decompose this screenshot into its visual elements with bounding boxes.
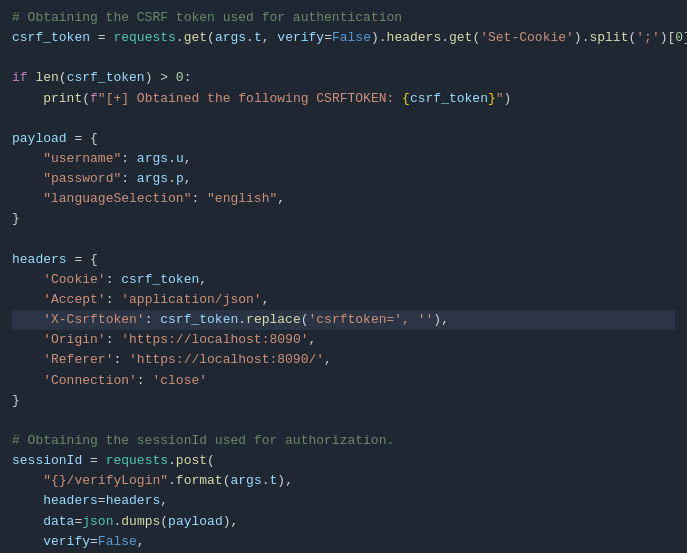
line-12	[12, 230, 675, 250]
line-16: 'X-Csrftoken': csrf_token.replace('csrft…	[12, 310, 675, 330]
line-8: "username": args.u,	[12, 149, 675, 169]
line-27: verify=False,	[12, 532, 675, 552]
line-15: 'Accept': 'application/json',	[12, 290, 675, 310]
line-13: headers = {	[12, 250, 675, 270]
line-2: csrf_token = requests.get(args.t, verify…	[12, 28, 675, 48]
line-7: payload = {	[12, 129, 675, 149]
line-3	[12, 48, 675, 68]
line-10: "languageSelection": "english",	[12, 189, 675, 209]
line-14: 'Cookie': csrf_token,	[12, 270, 675, 290]
line-24: "{}/verifyLogin".format(args.t),	[12, 471, 675, 491]
code-editor: # Obtaining the CSRF token used for auth…	[0, 0, 687, 553]
line-19: 'Connection': 'close'	[12, 371, 675, 391]
line-23: sessionId = requests.post(	[12, 451, 675, 471]
line-1: # Obtaining the CSRF token used for auth…	[12, 8, 675, 28]
line-20: }	[12, 391, 675, 411]
line-4: if len(csrf_token) > 0:	[12, 68, 675, 88]
line-25: headers=headers,	[12, 491, 675, 511]
line-22: # Obtaining the sessionId used for autho…	[12, 431, 675, 451]
line-11: }	[12, 209, 675, 229]
line-18: 'Referer': 'https://localhost:8090/',	[12, 350, 675, 370]
line-21	[12, 411, 675, 431]
line-6	[12, 109, 675, 129]
line-5: print(f"[+] Obtained the following CSRFT…	[12, 89, 675, 109]
line-26: data=json.dumps(payload),	[12, 512, 675, 532]
line-17: 'Origin': 'https://localhost:8090',	[12, 330, 675, 350]
line-9: "password": args.p,	[12, 169, 675, 189]
